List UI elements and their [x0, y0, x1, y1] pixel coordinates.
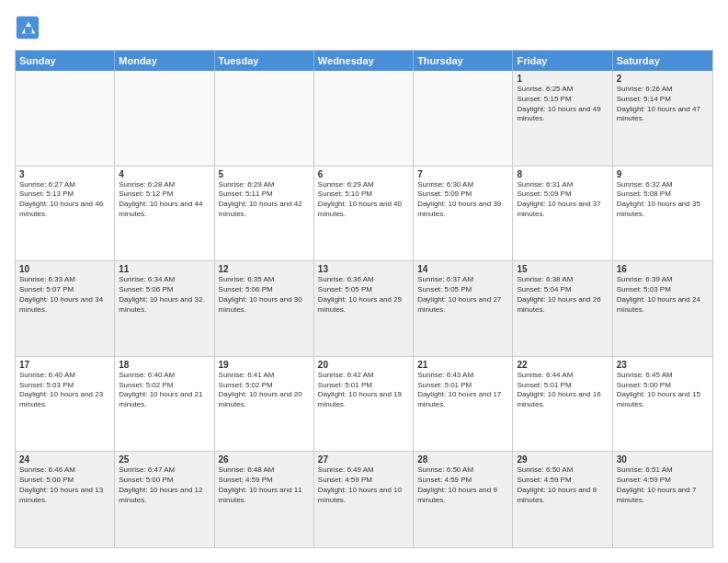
cell-info: Sunrise: 6:25 AMSunset: 5:15 PMDaylight:… [517, 85, 608, 124]
day-number: 9 [617, 169, 709, 179]
calendar-cell [314, 71, 414, 166]
cell-info: Sunrise: 6:34 AMSunset: 5:06 PMDaylight:… [119, 275, 210, 315]
day-number: 28 [417, 454, 508, 465]
calendar-cell: 5Sunrise: 6:29 AMSunset: 5:11 PMDaylight… [215, 167, 314, 261]
weekday-header: Tuesday [215, 51, 314, 71]
calendar-cell: 13Sunrise: 6:36 AMSunset: 5:05 PMDayligh… [314, 261, 414, 356]
cell-info: Sunrise: 6:28 AMSunset: 5:12 PMDaylight:… [119, 180, 210, 220]
calendar-body: 1Sunrise: 6:25 AMSunset: 5:15 PMDaylight… [16, 71, 712, 547]
cell-info: Sunrise: 6:37 AMSunset: 5:05 PMDaylight:… [417, 275, 508, 315]
day-number: 16 [617, 264, 709, 274]
weekday-header: Monday [115, 51, 214, 71]
weekday-header: Wednesday [314, 51, 414, 71]
calendar-week-row: 10Sunrise: 6:33 AMSunset: 5:07 PMDayligh… [16, 261, 712, 357]
cell-info: Sunrise: 6:47 AMSunset: 5:00 PMDaylight:… [119, 465, 210, 505]
cell-info: Sunrise: 6:29 AMSunset: 5:10 PMDaylight:… [318, 180, 409, 220]
cell-info: Sunrise: 6:33 AMSunset: 5:07 PMDaylight:… [19, 275, 110, 315]
cell-info: Sunrise: 6:45 AMSunset: 5:00 PMDaylight:… [617, 371, 709, 410]
cell-info: Sunrise: 6:41 AMSunset: 5:02 PMDaylight:… [219, 371, 310, 410]
day-number: 6 [318, 169, 409, 179]
calendar-cell: 17Sunrise: 6:40 AMSunset: 5:03 PMDayligh… [16, 357, 115, 452]
day-number: 7 [417, 169, 508, 179]
cell-info: Sunrise: 6:49 AMSunset: 4:59 PMDaylight:… [318, 465, 409, 505]
calendar-cell: 30Sunrise: 6:51 AMSunset: 4:59 PMDayligh… [613, 452, 712, 547]
cell-info: Sunrise: 6:31 AMSunset: 5:09 PMDaylight:… [517, 180, 608, 220]
calendar-week-row: 3Sunrise: 6:27 AMSunset: 5:13 PMDaylight… [16, 167, 712, 262]
calendar-cell: 28Sunrise: 6:50 AMSunset: 4:59 PMDayligh… [414, 452, 513, 547]
header [15, 15, 713, 40]
calendar-cell: 22Sunrise: 6:44 AMSunset: 5:01 PMDayligh… [513, 357, 612, 452]
calendar-cell: 10Sunrise: 6:33 AMSunset: 5:07 PMDayligh… [16, 261, 115, 356]
calendar-header: SundayMondayTuesdayWednesdayThursdayFrid… [16, 51, 712, 71]
day-number: 5 [219, 169, 310, 179]
day-number: 11 [119, 264, 210, 274]
calendar-cell: 26Sunrise: 6:48 AMSunset: 4:59 PMDayligh… [215, 452, 314, 547]
cell-info: Sunrise: 6:42 AMSunset: 5:01 PMDaylight:… [318, 371, 409, 410]
calendar-cell: 3Sunrise: 6:27 AMSunset: 5:13 PMDaylight… [16, 167, 115, 261]
calendar-cell: 19Sunrise: 6:41 AMSunset: 5:02 PMDayligh… [215, 357, 314, 452]
day-number: 25 [119, 454, 210, 465]
day-number: 1 [517, 74, 608, 84]
calendar-cell [16, 71, 115, 166]
day-number: 3 [19, 169, 110, 179]
day-number: 21 [417, 360, 508, 370]
calendar-cell: 6Sunrise: 6:29 AMSunset: 5:10 PMDaylight… [314, 167, 414, 261]
day-number: 19 [219, 360, 310, 370]
calendar-week-row: 24Sunrise: 6:46 AMSunset: 5:00 PMDayligh… [16, 452, 712, 547]
day-number: 22 [517, 360, 608, 370]
day-number: 29 [517, 454, 608, 465]
calendar-cell: 7Sunrise: 6:30 AMSunset: 5:09 PMDaylight… [414, 167, 513, 261]
day-number: 23 [617, 360, 709, 370]
weekday-header: Sunday [16, 51, 115, 71]
weekday-header: Saturday [613, 51, 712, 71]
day-number: 30 [617, 454, 709, 465]
day-number: 8 [517, 169, 608, 179]
day-number: 27 [318, 454, 409, 465]
calendar-cell: 21Sunrise: 6:43 AMSunset: 5:01 PMDayligh… [414, 357, 513, 452]
cell-info: Sunrise: 6:51 AMSunset: 4:59 PMDaylight:… [617, 465, 709, 505]
logo [15, 15, 44, 40]
weekday-header: Thursday [414, 51, 513, 71]
calendar-cell: 1Sunrise: 6:25 AMSunset: 5:15 PMDaylight… [513, 71, 612, 166]
day-number: 24 [19, 454, 110, 465]
calendar-cell: 2Sunrise: 6:26 AMSunset: 5:14 PMDaylight… [613, 71, 712, 166]
calendar-cell: 12Sunrise: 6:35 AMSunset: 5:06 PMDayligh… [215, 261, 314, 356]
cell-info: Sunrise: 6:48 AMSunset: 4:59 PMDaylight:… [219, 465, 310, 505]
calendar-cell: 20Sunrise: 6:42 AMSunset: 5:01 PMDayligh… [314, 357, 414, 452]
calendar-cell [115, 71, 214, 166]
cell-info: Sunrise: 6:44 AMSunset: 5:01 PMDaylight:… [517, 371, 608, 410]
cell-info: Sunrise: 6:39 AMSunset: 5:03 PMDaylight:… [617, 275, 709, 315]
calendar-cell: 18Sunrise: 6:40 AMSunset: 5:02 PMDayligh… [115, 357, 214, 452]
day-number: 17 [19, 360, 110, 370]
day-number: 12 [219, 264, 310, 274]
cell-info: Sunrise: 6:27 AMSunset: 5:13 PMDaylight:… [19, 180, 110, 220]
cell-info: Sunrise: 6:46 AMSunset: 5:00 PMDaylight:… [19, 465, 110, 505]
day-number: 10 [19, 264, 110, 274]
cell-info: Sunrise: 6:40 AMSunset: 5:03 PMDaylight:… [19, 371, 110, 410]
calendar-cell: 9Sunrise: 6:32 AMSunset: 5:08 PMDaylight… [613, 167, 712, 261]
cell-info: Sunrise: 6:40 AMSunset: 5:02 PMDaylight:… [119, 371, 210, 410]
calendar-week-row: 1Sunrise: 6:25 AMSunset: 5:15 PMDaylight… [16, 71, 712, 167]
day-number: 14 [417, 264, 508, 274]
day-number: 18 [119, 360, 210, 370]
calendar-cell: 8Sunrise: 6:31 AMSunset: 5:09 PMDaylight… [513, 167, 612, 261]
day-number: 4 [119, 169, 210, 179]
calendar-cell: 15Sunrise: 6:38 AMSunset: 5:04 PMDayligh… [513, 261, 612, 356]
calendar-cell [215, 71, 314, 166]
cell-info: Sunrise: 6:32 AMSunset: 5:08 PMDaylight:… [617, 180, 709, 220]
calendar-cell: 24Sunrise: 6:46 AMSunset: 5:00 PMDayligh… [16, 452, 115, 547]
calendar: SundayMondayTuesdayWednesdayThursdayFrid… [15, 50, 713, 548]
page: SundayMondayTuesdayWednesdayThursdayFrid… [0, 0, 728, 563]
calendar-cell: 23Sunrise: 6:45 AMSunset: 5:00 PMDayligh… [613, 357, 712, 452]
cell-info: Sunrise: 6:50 AMSunset: 4:59 PMDaylight:… [517, 465, 608, 505]
day-number: 2 [617, 74, 709, 84]
svg-rect-2 [25, 27, 31, 33]
calendar-cell: 14Sunrise: 6:37 AMSunset: 5:05 PMDayligh… [414, 261, 513, 356]
day-number: 15 [517, 264, 608, 274]
day-number: 20 [318, 360, 409, 370]
cell-info: Sunrise: 6:36 AMSunset: 5:05 PMDaylight:… [318, 275, 409, 315]
cell-info: Sunrise: 6:50 AMSunset: 4:59 PMDaylight:… [417, 465, 508, 505]
calendar-cell [414, 71, 513, 166]
calendar-week-row: 17Sunrise: 6:40 AMSunset: 5:03 PMDayligh… [16, 357, 712, 453]
day-number: 13 [318, 264, 409, 274]
